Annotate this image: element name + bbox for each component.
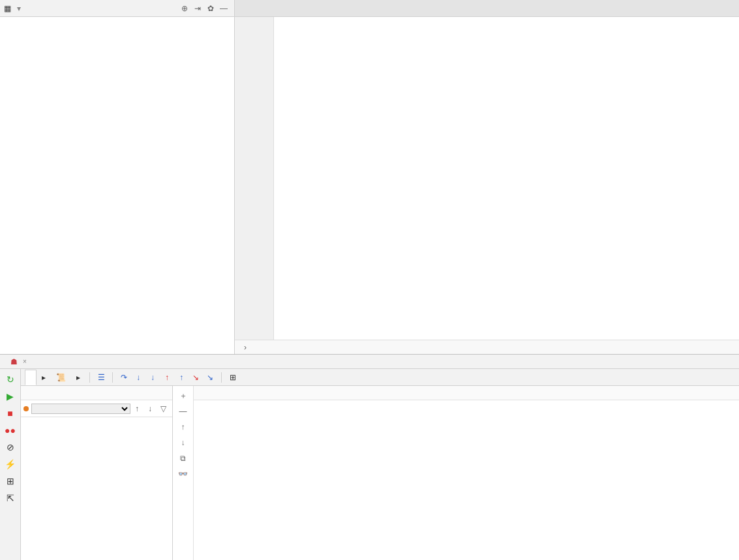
pin-icon[interactable]: ⇱	[3, 490, 18, 506]
breakpoint-icon[interactable]: ●●	[3, 422, 18, 438]
layout-icon[interactable]: ⊞	[3, 473, 18, 489]
thread-select[interactable]	[31, 404, 130, 414]
project-tree[interactable]	[0, 17, 234, 354]
resume-icon[interactable]: ▶	[3, 389, 18, 404]
calculator-icon[interactable]: ⊞	[226, 373, 240, 382]
thread-status-icon	[23, 406, 29, 411]
bug-icon: ☗	[10, 357, 18, 366]
editor-tabs[interactable]	[235, 0, 739, 17]
copy-icon[interactable]: ⧉	[176, 451, 190, 465]
debug-tabs: ▸ 📜 ▸ ☰ ↷ ↓ ↓ ↑ ↑ ↘ ↘ ⊞	[21, 369, 739, 386]
up-watch-icon[interactable]: ↑	[176, 420, 190, 434]
prev-frame-icon[interactable]: ↑	[130, 404, 143, 413]
next-frame-icon[interactable]: ↓	[143, 404, 157, 413]
stop-icon[interactable]: ■	[3, 405, 18, 421]
step-out-icon[interactable]: ↑	[160, 373, 174, 382]
settings-icon[interactable]: ✿	[204, 4, 217, 13]
mute-icon[interactable]: ⊘	[3, 439, 18, 455]
tab-scripts[interactable]: 📜	[51, 370, 71, 385]
frames-label	[21, 386, 172, 400]
variables-panel: ＋ — ↑ ↓ ⧉ 👓	[173, 386, 739, 560]
project-sidebar: ▦ ▾ ⊕ ⇥ ✿ —	[0, 0, 235, 354]
debug-panel: ☗ × ↻ ▶ ■ ●● ⊘ ⚡ ⊞ ⇱ ▸ 📜 ▸	[0, 355, 739, 560]
line-gutter[interactable]	[235, 17, 274, 340]
editor: ›	[235, 0, 739, 354]
tab-console[interactable]: ▸	[37, 370, 51, 385]
variables-list[interactable]	[194, 400, 739, 560]
project-header: ▦ ▾ ⊕ ⇥ ✿ —	[0, 0, 234, 17]
filter-icon[interactable]: ▽	[157, 404, 170, 413]
debug-header: ☗ ×	[0, 355, 739, 369]
add-watch-icon[interactable]: ＋	[176, 389, 190, 403]
breadcrumb: ›	[235, 340, 739, 354]
evaluate-icon[interactable]: ↘	[203, 373, 217, 382]
tab-debugger[interactable]	[25, 370, 37, 385]
close-icon[interactable]: ×	[23, 358, 27, 365]
collapse-icon[interactable]: ⇥	[191, 4, 204, 13]
variables-label	[194, 386, 739, 400]
down-watch-icon[interactable]: ↓	[176, 435, 190, 450]
step-over-icon[interactable]: ↷	[117, 373, 131, 382]
flame-icon[interactable]: ⚡	[3, 456, 18, 472]
remove-icon[interactable]: —	[176, 404, 190, 419]
frames-panel: ↑ ↓ ▽	[21, 386, 173, 560]
tab-debugger-console[interactable]: ▸	[71, 370, 85, 385]
rerun-icon[interactable]: ↻	[3, 372, 18, 387]
run-to-cursor-icon[interactable]: ↘	[189, 373, 203, 382]
step-into-icon[interactable]: ↓	[131, 373, 145, 382]
force-step-into-icon[interactable]: ↓	[145, 373, 160, 382]
code-area[interactable]	[274, 17, 739, 340]
debug-toolbar: ↻ ▶ ■ ●● ⊘ ⚡ ⊞ ⇱	[0, 369, 21, 560]
drop-frame-icon[interactable]: ↑	[174, 373, 189, 382]
frames-list[interactable]	[21, 417, 172, 560]
target-icon[interactable]: ⊕	[178, 4, 191, 13]
list-icon[interactable]: ☰	[94, 373, 108, 382]
glasses-icon[interactable]: 👓	[176, 467, 190, 481]
project-icon: ▦	[4, 4, 11, 13]
hide-icon[interactable]: —	[217, 4, 230, 13]
